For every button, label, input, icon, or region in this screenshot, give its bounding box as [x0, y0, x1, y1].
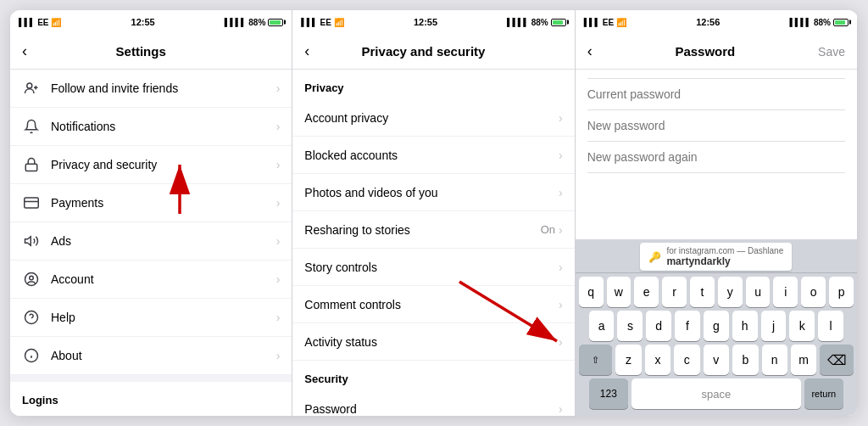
new-password-input[interactable]: [587, 110, 845, 142]
chevron-account-privacy: ›: [559, 111, 563, 125]
key-w[interactable]: w: [607, 277, 632, 307]
keyboard-row-2: a s d f g h j k l: [577, 311, 855, 341]
key-delete[interactable]: ⌫: [820, 345, 854, 375]
menu-item-follow[interactable]: Follow and invite friends ›: [10, 70, 292, 108]
privacy-section-header: Privacy: [292, 70, 574, 99]
key-c[interactable]: c: [674, 345, 699, 375]
dashlane-suggestion[interactable]: 🔑 for instagram.com — Dashlane martyndar…: [640, 243, 792, 271]
chevron-about: ›: [276, 349, 281, 362]
question-circle-icon: [22, 308, 41, 327]
key-y[interactable]: y: [718, 277, 743, 307]
wifi-icon-2: 📶: [334, 18, 344, 27]
settings-menu: Follow and invite friends › Notification…: [10, 70, 292, 416]
chevron-payments: ›: [276, 196, 281, 210]
menu-item-password[interactable]: Password ›: [292, 390, 574, 416]
menu-item-add-account[interactable]: Add Account: [10, 412, 292, 416]
status-right-3: ▌▌▌▌ 88%: [789, 18, 849, 27]
svg-point-8: [30, 276, 34, 280]
password-header: ‹ Password Save: [576, 34, 857, 70]
svg-point-0: [27, 83, 32, 88]
key-shift[interactable]: ⇧: [579, 345, 613, 375]
battery-pct-1: 88%: [248, 18, 265, 27]
password-save-button[interactable]: Save: [818, 45, 845, 59]
menu-label-help: Help: [51, 311, 276, 324]
menu-label-password: Password: [304, 402, 559, 416]
current-password-input[interactable]: [587, 78, 845, 110]
carrier-1: EE: [37, 18, 48, 27]
key-n[interactable]: n: [762, 345, 787, 375]
menu-item-comment[interactable]: Comment controls ›: [292, 286, 574, 323]
settings-panel: ▌▌▌ EE 📶 12:55 ▌▌▌▌ 88% ‹ Settings: [10, 10, 292, 416]
menu-item-photos[interactable]: Photos and videos of you ›: [292, 174, 574, 211]
svg-rect-4: [25, 198, 39, 208]
menu-item-resharing[interactable]: Resharing to stories On ›: [292, 211, 574, 249]
status-bar-1: ▌▌▌ EE 📶 12:55 ▌▌▌▌ 88%: [10, 10, 292, 34]
menu-item-help[interactable]: Help ›: [10, 299, 292, 337]
carrier-3: EE: [603, 18, 614, 27]
key-numbers[interactable]: 123: [589, 378, 628, 409]
menu-item-story[interactable]: Story controls ›: [292, 249, 574, 286]
key-h[interactable]: h: [732, 311, 758, 341]
chevron-password: ›: [559, 402, 563, 416]
menu-item-ads[interactable]: Ads ›: [10, 222, 292, 261]
key-p[interactable]: p: [829, 277, 854, 307]
key-o[interactable]: o: [801, 277, 826, 307]
key-s[interactable]: s: [617, 311, 643, 341]
divider-1: [10, 375, 292, 382]
key-return[interactable]: return: [804, 378, 843, 409]
key-e[interactable]: e: [634, 277, 659, 307]
chevron-photos: ›: [559, 186, 563, 199]
key-v[interactable]: v: [704, 345, 729, 375]
menu-item-account-privacy[interactable]: Account privacy ›: [292, 99, 574, 137]
key-f[interactable]: f: [675, 311, 700, 341]
signal-bars-1: ▌▌▌: [19, 18, 35, 26]
key-q[interactable]: q: [579, 277, 604, 307]
menu-item-activity[interactable]: Activity status ›: [292, 323, 574, 361]
key-j[interactable]: j: [761, 311, 787, 341]
key-k[interactable]: k: [789, 311, 815, 341]
key-l[interactable]: l: [818, 311, 843, 341]
security-section-header: Security: [292, 361, 574, 390]
key-z[interactable]: z: [615, 345, 641, 375]
menu-label-resharing: Resharing to stories: [304, 223, 540, 237]
menu-label-story: Story controls: [304, 261, 559, 274]
suggestion-user: martyndarkly: [666, 255, 783, 267]
logins-section-header: Logins: [10, 382, 292, 412]
key-d[interactable]: d: [646, 311, 671, 341]
key-i[interactable]: i: [773, 277, 798, 307]
info-circle-icon: [22, 346, 41, 365]
menu-item-notifications[interactable]: Notifications ›: [10, 108, 292, 146]
key-x[interactable]: x: [645, 345, 670, 375]
menu-item-privacy[interactable]: Privacy and security ›: [10, 146, 292, 184]
password-title: Password: [593, 44, 818, 59]
key-r[interactable]: r: [662, 277, 687, 307]
keyboard-suggestion-bar[interactable]: 🔑 for instagram.com — Dashlane martyndar…: [576, 239, 857, 273]
menu-item-blocked[interactable]: Blocked accounts ›: [292, 137, 574, 174]
chevron-notifications: ›: [276, 120, 281, 133]
chevron-activity: ›: [559, 335, 563, 349]
key-space[interactable]: space: [632, 378, 801, 409]
menu-item-about[interactable]: About ›: [10, 337, 292, 375]
key-a[interactable]: a: [589, 311, 615, 341]
status-bar-2: ▌▌▌ EE 📶 12:55 ▌▌▌▌ 88%: [292, 10, 574, 34]
chevron-blocked: ›: [559, 149, 563, 162]
lock-icon: [22, 155, 41, 174]
key-b[interactable]: b: [732, 345, 758, 375]
menu-label-photos: Photos and videos of you: [304, 186, 559, 199]
status-right-2: ▌▌▌▌ 88%: [507, 18, 566, 27]
menu-label-account: Account: [51, 272, 276, 286]
chevron-privacy: ›: [276, 158, 281, 171]
key-u[interactable]: u: [746, 277, 771, 307]
privacy-panel: ▌▌▌ EE 📶 12:55 ▌▌▌▌ 88% ‹ Privacy and se…: [292, 10, 575, 416]
resharing-value: On: [541, 223, 555, 236]
menu-item-account[interactable]: Account ›: [10, 261, 292, 299]
svg-marker-6: [25, 237, 31, 246]
menu-label-ads: Ads: [51, 234, 276, 248]
new-password-again-input[interactable]: [587, 142, 845, 173]
battery-pct-3: 88%: [814, 18, 831, 27]
menu-item-payments[interactable]: Payments ›: [10, 184, 292, 222]
key-m[interactable]: m: [791, 345, 816, 375]
settings-header: ‹ Settings: [10, 34, 292, 70]
key-t[interactable]: t: [690, 277, 715, 307]
key-g[interactable]: g: [704, 311, 729, 341]
